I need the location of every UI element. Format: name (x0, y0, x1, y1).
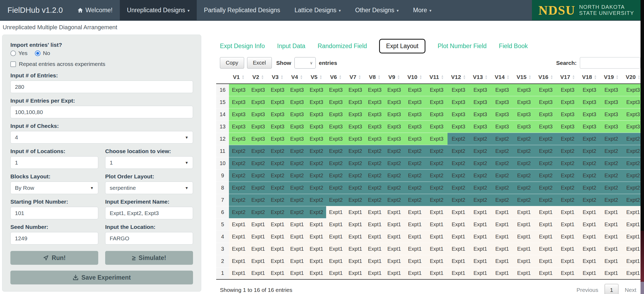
save-experiment-button[interactable]: Save Experiment (10, 271, 193, 284)
copy-button[interactable]: Copy (220, 57, 244, 69)
simulate-button[interactable]: ≥ Simulate! (105, 251, 193, 265)
table-row: 1Expt1Expt1Expt1Expt1Expt1Expt1Expt1Expt… (216, 267, 644, 279)
radio-yes-circle[interactable] (10, 51, 16, 56)
column-header-v10[interactable]: V10▲▼ (404, 71, 426, 84)
table-row: 14Expt3Expt3Expt3Expt3Expt3Expt3Expt3Exp… (216, 108, 644, 120)
column-header-v4[interactable]: V4▲▼ (287, 71, 307, 84)
column-header-v2[interactable]: V2▲▼ (248, 71, 268, 84)
table-cell: Expt1 (469, 230, 491, 243)
nav-item-label: Partially Replicated Designs (204, 7, 280, 14)
num-locations-input[interactable] (10, 156, 98, 169)
sort-icon: ▲▼ (507, 75, 510, 79)
column-header-v15[interactable]: V15▲▼ (513, 71, 535, 84)
tab-expt-layout[interactable]: Expt Layout (379, 39, 425, 53)
column-header-v14[interactable]: V14▲▼ (491, 71, 513, 84)
table-cell: Expt3 (326, 96, 346, 108)
table-cell: Expt1 (513, 218, 535, 230)
entries-per-expt-input[interactable] (10, 106, 193, 118)
table-cell: Expt3 (384, 108, 404, 120)
nav-item-lattice-designs[interactable]: Lattice Designs▾ (287, 0, 348, 20)
tab-field-book[interactable]: Field Book (499, 39, 528, 53)
repeat-entries-checkbox-row[interactable]: Repeat entries across experiments (10, 61, 193, 67)
next-page-button[interactable]: Next (621, 284, 641, 294)
table-cell: Expt1 (229, 255, 248, 267)
table-cell: Expt2 (557, 194, 579, 206)
column-header-v11[interactable]: V11▲▼ (426, 71, 448, 84)
table-cell: Expt2 (384, 157, 404, 169)
table-cell: Expt1 (426, 243, 448, 255)
column-header-v19[interactable]: V19▲▼ (600, 71, 622, 84)
nav-item-welcome[interactable]: Welcome! (70, 0, 120, 20)
table-cell: Expt3 (248, 96, 268, 108)
experiment-name-input[interactable] (105, 207, 193, 219)
window-scrollbar-track[interactable] (641, 0, 644, 294)
table-cell: Expt2 (365, 182, 384, 194)
radio-yes-label: Yes (18, 50, 27, 56)
tab-plot-number-field[interactable]: Plot Number Field (438, 39, 487, 53)
table-cell: Expt3 (268, 108, 287, 120)
column-header-v6[interactable]: V6▲▼ (326, 71, 346, 84)
nav-item-other-designs[interactable]: Other Designs▾ (348, 0, 406, 20)
starting-plot-input[interactable] (10, 207, 98, 219)
search-input[interactable] (580, 57, 641, 69)
table-cell: Expt1 (248, 243, 268, 255)
table-cell: Expt3 (287, 108, 307, 120)
table-cell: Expt2 (600, 157, 622, 169)
table-cell: Expt2 (557, 145, 579, 157)
run-button[interactable]: Run! (10, 251, 98, 265)
radio-yes[interactable]: Yes (10, 50, 27, 56)
sort-icon: ▲▼ (485, 75, 488, 79)
table-cell: Expt2 (287, 169, 307, 182)
app-brand[interactable]: FielDHub v1.2.0 (0, 0, 70, 20)
column-header-v12[interactable]: V12▲▼ (448, 71, 469, 84)
table-cell: Expt2 (365, 194, 384, 206)
table-cell: Expt1 (346, 206, 365, 218)
column-header-v16[interactable]: V16▲▼ (535, 71, 557, 84)
scrollbar-thumb[interactable] (641, 231, 644, 282)
excel-button[interactable]: Excel (247, 57, 272, 69)
column-header-v8[interactable]: V8▲▼ (365, 71, 384, 84)
table-cell: Expt1 (287, 243, 307, 255)
num-entries-input[interactable] (10, 81, 193, 93)
input-location-input[interactable] (105, 232, 193, 245)
nav-item-partially-replicated-designs[interactable]: Partially Replicated Designs (197, 0, 287, 20)
blocks-layout-select[interactable]: By Row ▼ (10, 182, 98, 194)
column-header-v13[interactable]: V13▲▼ (469, 71, 491, 84)
tab-expt-design-info[interactable]: Expt Design Info (220, 39, 265, 53)
nav-item-unreplicated-designs[interactable]: Unreplicated Designs▾ (120, 0, 197, 20)
column-header-v17[interactable]: V17▲▼ (557, 71, 579, 84)
table-cell: Expt2 (229, 169, 248, 182)
column-header-v7[interactable]: V7▲▼ (346, 71, 365, 84)
column-header-v5[interactable]: V5▲▼ (307, 71, 326, 84)
nav-item-more[interactable]: More▾ (406, 0, 439, 20)
column-header-v9[interactable]: V9▲▼ (384, 71, 404, 84)
table-cell: Expt1 (404, 267, 426, 279)
previous-page-button[interactable]: Previous (572, 284, 602, 294)
num-checks-select[interactable]: 4 ▼ (10, 131, 193, 144)
table-cell: Expt1 (491, 230, 513, 243)
tab-input-data[interactable]: Input Data (277, 39, 305, 53)
repeat-entries-checkbox[interactable] (10, 61, 16, 67)
location-view-label: Choose location to view: (105, 148, 193, 154)
column-header-v3[interactable]: V3▲▼ (268, 71, 287, 84)
table-cell: Expt2 (491, 169, 513, 182)
table-cell: Expt2 (448, 182, 469, 194)
table-cell: Expt2 (579, 157, 600, 169)
column-header-v1[interactable]: V1▲▼ (229, 71, 248, 84)
table-cell: Expt2 (535, 145, 557, 157)
location-view-select[interactable]: 1 ▼ (105, 156, 193, 169)
table-cell: Expt1 (268, 230, 287, 243)
page-length-select[interactable]: ∨ (294, 57, 316, 69)
caret-down-icon: ▾ (187, 8, 190, 13)
table-cell: Expt3 (365, 108, 384, 120)
radio-no-circle[interactable] (35, 51, 40, 56)
plot-order-select[interactable]: serpentine ▼ (105, 182, 193, 194)
column-header-v18[interactable]: V18▲▼ (579, 71, 600, 84)
tab-randomized-field[interactable]: Randomized Field (318, 39, 367, 53)
seed-number-input[interactable] (10, 232, 98, 245)
page-1-button[interactable]: 1 (605, 284, 618, 294)
table-row: 7Expt2Expt2Expt2Expt2Expt2Expt2Expt2Expt… (216, 194, 644, 206)
radio-no[interactable]: No (35, 50, 50, 56)
row-number-header (216, 71, 229, 84)
radio-no-label: No (43, 50, 50, 56)
